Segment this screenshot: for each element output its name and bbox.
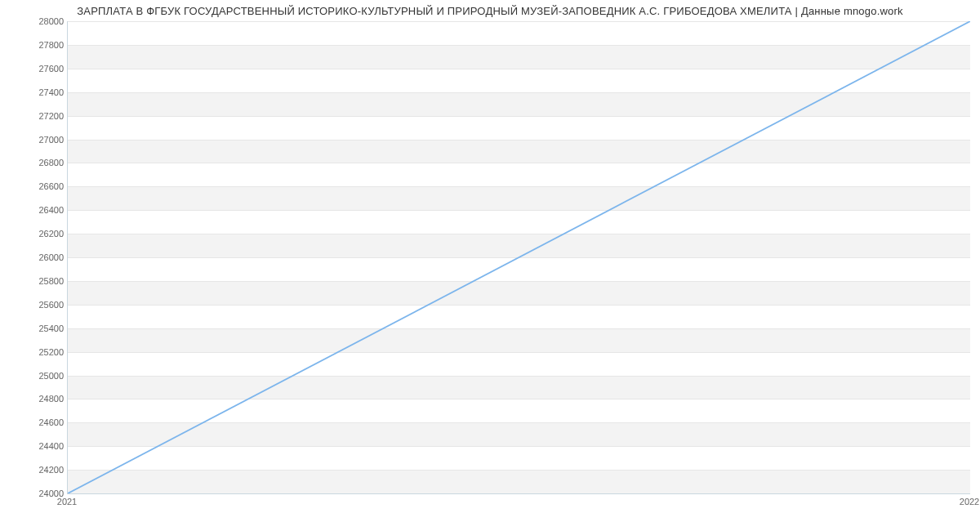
y-axis-labels: 2400024200244002460024800250002520025400… (0, 21, 64, 493)
y-tick-label: 27400 (0, 87, 64, 97)
y-tick-label: 24200 (0, 465, 64, 475)
gridline (68, 493, 970, 494)
y-tick-label: 26600 (0, 181, 64, 191)
series-line (68, 21, 970, 493)
y-tick-label: 25000 (0, 371, 64, 381)
plot-area (67, 21, 970, 494)
x-tick-label: 2021 (57, 497, 77, 506)
y-tick-label: 26000 (0, 252, 64, 262)
y-tick-label: 25800 (0, 276, 64, 286)
y-tick-label: 26400 (0, 205, 64, 215)
chart-title: ЗАРПЛАТА В ФГБУК ГОСУДАРСТВЕННЫЙ ИСТОРИК… (0, 5, 980, 17)
x-axis-labels: 20212022 (67, 497, 969, 513)
y-tick-label: 24600 (0, 417, 64, 427)
line-chart: ЗАРПЛАТА В ФГБУК ГОСУДАРСТВЕННЫЙ ИСТОРИК… (0, 0, 980, 531)
y-tick-label: 26200 (0, 229, 64, 239)
y-tick-label: 25400 (0, 324, 64, 333)
y-tick-label: 24400 (0, 441, 64, 451)
y-tick-label: 27600 (0, 64, 64, 74)
y-tick-label: 27800 (0, 40, 64, 50)
y-tick-label: 26800 (0, 158, 64, 167)
x-tick-label: 2022 (960, 497, 979, 506)
y-tick-label: 24800 (0, 394, 64, 404)
y-tick-label: 25600 (0, 300, 64, 310)
y-tick-label: 24000 (0, 489, 64, 498)
y-tick-label: 27000 (0, 135, 64, 145)
y-tick-label: 25200 (0, 347, 64, 357)
series-svg (68, 21, 970, 493)
y-tick-label: 27200 (0, 111, 64, 121)
y-tick-label: 28000 (0, 16, 64, 26)
